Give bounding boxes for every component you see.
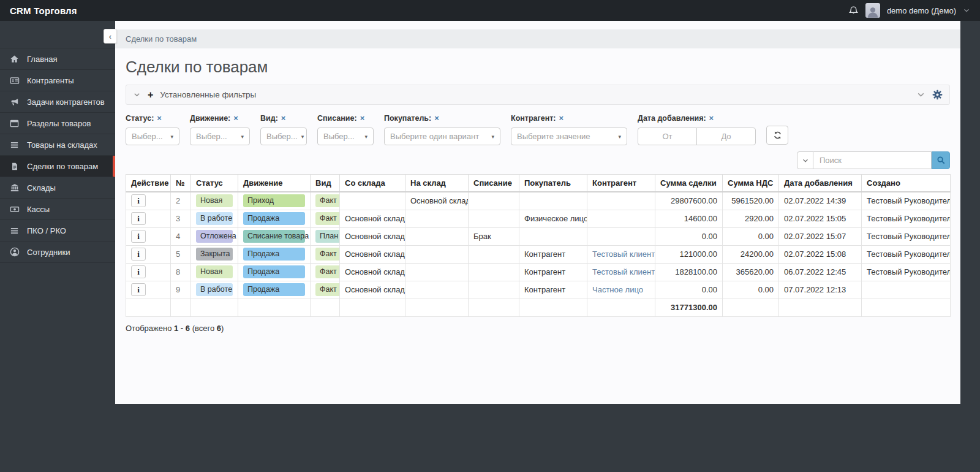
home-icon bbox=[9, 55, 20, 64]
bars-icon bbox=[9, 226, 20, 235]
status-badge: Новая bbox=[196, 194, 233, 207]
filter-clear-icon[interactable]: × bbox=[709, 113, 714, 123]
filter-select[interactable]: Выбер... ▾ bbox=[317, 128, 374, 145]
row-info-button[interactable]: i bbox=[131, 212, 146, 225]
column-header[interactable]: Списание bbox=[469, 175, 519, 192]
table-row: i 4 Отложена Списание товара План Основн… bbox=[126, 227, 951, 245]
table-total-row: 31771300.00 bbox=[126, 299, 951, 316]
filter-clear-icon[interactable]: × bbox=[281, 113, 286, 123]
date-from-input[interactable] bbox=[638, 128, 697, 145]
filters-panel-header: + Установленные фильтры bbox=[126, 85, 950, 105]
vat-sum-cell: 0.00 bbox=[723, 227, 779, 245]
sidebar-item[interactable]: Товары на складах bbox=[0, 134, 115, 156]
table-row: i 8 Новая Продажа Факт Основной склад Ко… bbox=[126, 263, 951, 281]
column-header[interactable]: Контрагент bbox=[587, 175, 655, 192]
filter-group-date: Дата добавления:× bbox=[638, 113, 756, 145]
added-date-cell: 02.07.2022 15:05 bbox=[779, 210, 862, 227]
user-menu-label[interactable]: demo demo (Демо) bbox=[887, 6, 956, 15]
filter-clear-icon[interactable]: × bbox=[360, 113, 365, 123]
filters-panel-label: Установленные фильтры bbox=[160, 90, 256, 99]
chevron-down-icon[interactable] bbox=[963, 7, 970, 14]
column-header[interactable]: Сумма НДС bbox=[723, 175, 779, 192]
total-sum-cell: 31771300.00 bbox=[655, 299, 723, 316]
created-by-cell bbox=[862, 281, 951, 299]
row-info-button[interactable]: i bbox=[131, 283, 146, 296]
search-input[interactable] bbox=[813, 151, 932, 169]
sidebar-item[interactable]: Контрагенты bbox=[0, 70, 115, 91]
column-header[interactable]: На склад bbox=[405, 175, 469, 192]
info-icon: i bbox=[137, 249, 140, 259]
filter-select[interactable]: Выберите значение ▾ bbox=[511, 128, 627, 145]
sidebar-item-label: Задачи контрагентов bbox=[27, 97, 105, 107]
to-warehouse-cell bbox=[405, 263, 469, 281]
sidebar-item[interactable]: ПКО / РКО bbox=[0, 220, 115, 242]
table-row: i 2 Новая Приход Факт Основной склад 298… bbox=[126, 192, 951, 210]
info-icon: i bbox=[137, 267, 140, 276]
select-placeholder: Выберите один вариант bbox=[390, 132, 479, 141]
results-summary: Отображено 1 - 6 (всего 6) bbox=[126, 324, 950, 333]
column-header[interactable]: Движение bbox=[238, 175, 311, 192]
table-row: i 5 Закрыта Продажа Факт Основной склад … bbox=[126, 245, 951, 263]
filter-clear-icon[interactable]: × bbox=[559, 113, 564, 123]
filter-select[interactable]: Выбер... ▾ bbox=[260, 128, 307, 145]
search-button[interactable] bbox=[932, 151, 950, 169]
filter-select[interactable]: Выбер... ▾ bbox=[190, 128, 250, 145]
column-header[interactable]: Сумма сделки bbox=[655, 175, 723, 192]
filter-label: Контрагент: bbox=[511, 114, 556, 123]
row-info-button[interactable]: i bbox=[131, 248, 146, 261]
buyer-cell: Физическое лицо bbox=[519, 210, 587, 227]
kind-badge: Факт bbox=[315, 212, 340, 225]
sidebar-item[interactable]: Сделки по товарам bbox=[0, 156, 115, 177]
search-options-chevron-icon[interactable] bbox=[797, 151, 813, 169]
column-header[interactable]: Вид bbox=[311, 175, 340, 192]
column-header[interactable]: № bbox=[171, 175, 191, 192]
filter-label: Дата добавления: bbox=[638, 114, 706, 123]
panel-chevron-icon[interactable] bbox=[133, 91, 141, 99]
collapse-panel-chevron-icon[interactable] bbox=[916, 90, 925, 99]
column-header[interactable]: Дата добавления bbox=[779, 175, 862, 192]
select-placeholder: Выбер... bbox=[266, 132, 298, 141]
refresh-button[interactable] bbox=[766, 126, 788, 145]
added-date-cell: 07.07.2022 12:13 bbox=[779, 281, 862, 299]
contractor-link[interactable]: Частное лицо bbox=[592, 285, 643, 294]
sidebar-item[interactable]: Разделы товаров bbox=[0, 113, 115, 134]
gear-icon[interactable] bbox=[932, 89, 943, 100]
bell-icon[interactable] bbox=[848, 6, 859, 16]
from-warehouse-cell: Основной склад bbox=[340, 281, 405, 299]
filter-select[interactable]: Выберите один вариант ▾ bbox=[384, 128, 500, 145]
movement-badge: Продажа bbox=[243, 283, 305, 296]
sidebar-item[interactable]: Сотрудники bbox=[0, 242, 115, 263]
row-number: 9 bbox=[171, 281, 191, 299]
contractor-link[interactable]: Тестовый клиент bbox=[592, 249, 655, 259]
list-icon bbox=[9, 140, 20, 150]
filter-clear-icon[interactable]: × bbox=[157, 113, 162, 123]
add-filter-icon[interactable]: + bbox=[148, 90, 153, 100]
filter-group: Вид:× Выбер... ▾ bbox=[260, 113, 307, 145]
status-badge: Закрыта bbox=[196, 248, 233, 261]
filter-select[interactable]: Выбер... ▾ bbox=[126, 128, 179, 145]
sidebar-item-label: Главная bbox=[27, 55, 57, 64]
sidebar-item[interactable]: Кассы bbox=[0, 199, 115, 220]
column-header[interactable]: Со склада bbox=[340, 175, 405, 192]
sidebar-item[interactable]: Задачи контрагентов bbox=[0, 91, 115, 113]
row-info-button[interactable]: i bbox=[131, 265, 146, 278]
avatar[interactable] bbox=[865, 3, 880, 18]
created-by-cell: Тестовый Руководитель bbox=[862, 210, 951, 227]
sidebar-item-label: Разделы товаров bbox=[27, 119, 91, 128]
column-header[interactable]: Действие bbox=[126, 175, 171, 192]
sidebar-item[interactable]: Склады bbox=[0, 177, 115, 199]
user-circle-icon bbox=[9, 247, 20, 257]
filter-clear-icon[interactable]: × bbox=[233, 113, 238, 123]
row-info-button[interactable]: i bbox=[131, 194, 146, 207]
breadcrumb-link[interactable]: Сделки по товарам bbox=[126, 34, 197, 44]
sidebar-item[interactable]: Главная bbox=[0, 48, 115, 70]
sidebar-collapse-button[interactable]: ‹ bbox=[104, 29, 117, 44]
caret-down-icon: ▾ bbox=[301, 134, 304, 140]
column-header[interactable]: Статус bbox=[191, 175, 238, 192]
date-to-input[interactable] bbox=[696, 128, 756, 145]
filter-clear-icon[interactable]: × bbox=[434, 113, 439, 123]
contractor-link[interactable]: Тестовый клиент bbox=[592, 267, 655, 276]
column-header[interactable]: Покупатель bbox=[519, 175, 587, 192]
column-header[interactable]: Создано bbox=[862, 175, 951, 192]
row-info-button[interactable]: i bbox=[131, 230, 146, 243]
